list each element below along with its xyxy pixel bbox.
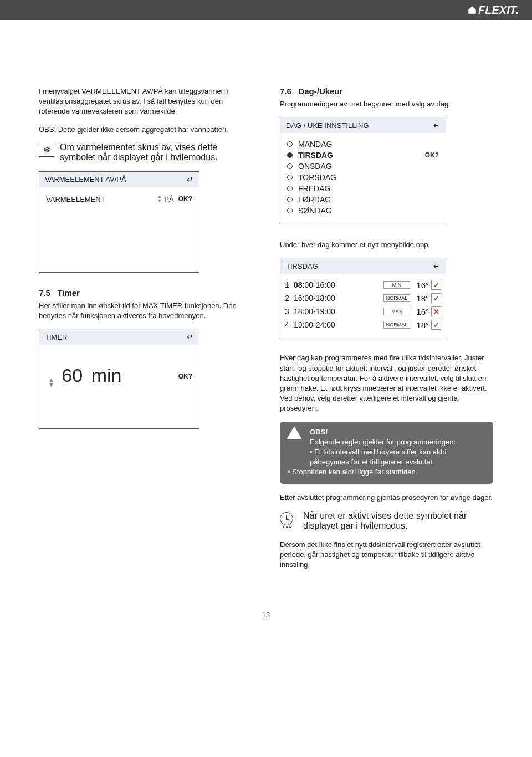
house-icon [467, 5, 477, 15]
schedule-time: 08:00-16:00 [294, 280, 381, 289]
page-number: 13 [0, 600, 532, 636]
schedule-row[interactable]: 318:00-19:00MAX16°✕ [284, 305, 442, 318]
check-icon[interactable]: ✓ [431, 280, 441, 290]
schedule-temp: 16° [412, 280, 429, 290]
day-label: LØRDAG [298, 195, 331, 204]
radio-icon [287, 197, 293, 202]
schedule-time: 19:00-24:00 [294, 320, 381, 329]
snowflake-note-text: Om varmelementet skrus av, vises dette s… [60, 142, 252, 162]
day-label: FREDAG [298, 184, 330, 193]
after-obs-text: Etter avsluttet programmering gjentas pr… [280, 493, 493, 503]
obs-line1: Følgende regler gjelder for programmerin… [310, 437, 485, 447]
ok-label[interactable]: OK? [178, 195, 192, 203]
day-item-søndag[interactable]: SØNDAG [287, 205, 439, 216]
radio-icon [287, 141, 293, 147]
obs-paragraph: OBS! Dette gjelder ikke dersom aggregate… [39, 125, 252, 135]
panel-timer-title: TIMER [45, 333, 67, 341]
intro-paragraph: I menyvalget VARMEELEMENT AV/PÅ kan till… [39, 86, 252, 117]
section-7-5-body: Her stiller man inn ønsket tid for MAX T… [39, 301, 252, 321]
panel-heater-title: VARMEELEMENT AV/PÅ [45, 175, 126, 183]
radio-icon [287, 186, 293, 191]
timer-unit: min [91, 365, 122, 386]
back-arrow-icon[interactable]: ↵ [187, 175, 193, 184]
panel-heater-row[interactable]: VARMEELEMENT ▲▼ PÅ OK? [46, 193, 192, 206]
obs-bullet-2: • Stopptiden kan aldri ligge før startti… [288, 467, 485, 477]
radio-icon [287, 208, 293, 213]
panel-schedule-title-row: TIRSDAG ↵ [280, 258, 446, 274]
schedule-row[interactable]: 419:00-24:00NORMAL18°✓ [284, 318, 442, 331]
final-paragraph: Dersom det ikke fins et nytt tidsinterva… [280, 540, 493, 570]
panel-timer: TIMER ↵ ▲▼ 60 min OK? [39, 329, 200, 429]
schedule-index: 2 [285, 294, 291, 303]
section-7-5-title: 7.5 Timer [39, 288, 252, 298]
clock-icon [280, 512, 293, 525]
obs-bullet-1: • Et tidsintervall med høyere siffer kan… [288, 447, 485, 467]
obs-warning-box: OBS! Følgende regler gjelder for program… [280, 422, 493, 484]
check-icon[interactable]: ✓ [431, 293, 441, 303]
schedule-time: 16:00-18:00 [294, 294, 381, 303]
clock-note-text: Når uret er aktivt vises dette symbolet … [303, 511, 493, 531]
radio-icon [287, 152, 293, 158]
ok-label[interactable]: OK? [425, 151, 439, 159]
panel-heater-title-row: VARMEELEMENT AV/PÅ ↵ [39, 172, 199, 187]
section-7-6-name: Dag-/Ukeur [298, 86, 342, 96]
section-7-5-num: 7.5 [39, 288, 50, 298]
check-icon[interactable]: ✓ [431, 320, 441, 330]
panel-heater: VARMEELEMENT AV/PÅ ↵ VARMEELEMENT ▲▼ PÅ … [39, 171, 200, 273]
schedule-mode: MIN [383, 281, 410, 289]
updown-icon[interactable]: ▲▼ [157, 195, 162, 203]
snowflake-icon: ❄ [39, 144, 54, 157]
day-label: MANDAG [298, 140, 332, 149]
under-days-text: Under hver dag kommer et nytt menybilde … [280, 240, 493, 250]
day-item-torsdag[interactable]: TORSDAG [287, 172, 439, 183]
radio-icon [287, 175, 293, 180]
right-column: 7.6 Dag-/Ukeur Programmeringen av uret b… [280, 86, 493, 577]
radio-icon [287, 163, 293, 169]
schedule-mode: NORMAL [383, 294, 410, 302]
brand-logo: FLEXIT. [467, 4, 519, 17]
day-item-tirsdag[interactable]: TIRSDAGOK? [287, 150, 439, 161]
back-arrow-icon[interactable]: ↵ [187, 333, 193, 341]
schedule-index: 4 [285, 320, 291, 329]
back-arrow-icon[interactable]: ↵ [433, 262, 440, 270]
section-7-6-num: 7.6 [280, 86, 291, 96]
section-7-6-title: 7.6 Dag-/Ukeur [280, 86, 493, 96]
panel-days-title-row: DAG / UKE INNSTILLING ↵ [280, 117, 446, 133]
day-label: ONSDAG [298, 162, 332, 171]
updown-icon[interactable]: ▲▼ [48, 377, 54, 387]
panel-days-title: DAG / UKE INNSTILLING [286, 121, 369, 130]
back-arrow-icon[interactable]: ↵ [433, 121, 440, 130]
schedule-temp: 18° [412, 320, 429, 330]
day-label: SØNDAG [298, 206, 332, 215]
day-item-onsdag[interactable]: ONSDAG [287, 161, 439, 172]
timer-value: 60 [62, 365, 83, 386]
day-item-lørdag[interactable]: LØRDAG [287, 194, 439, 205]
section-7-6-body: Programmeringen av uret begynner med val… [280, 99, 493, 109]
schedule-time: 18:00-19:00 [294, 307, 381, 316]
clock-note: Når uret er aktivt vises dette symbolet … [280, 511, 493, 531]
schedule-row[interactable]: 216:00-18:00NORMAL18°✓ [284, 291, 442, 305]
obs-title: OBS! [310, 427, 485, 437]
panel-days: DAG / UKE INNSTILLING ↵ MANDAGTIRSDAGOK?… [280, 117, 446, 224]
left-column: I menyvalget VARMEELEMENT AV/PÅ kan till… [39, 86, 252, 577]
header-bar: FLEXIT. [0, 0, 532, 20]
panel-schedule: TIRSDAG ↵ 108:00-16:00MIN16°✓216:00-18:0… [280, 258, 446, 337]
schedule-temp: 16° [412, 307, 429, 316]
day-label: TORSDAG [298, 173, 336, 182]
ok-label[interactable]: OK? [178, 372, 192, 380]
snowflake-note: ❄ Om varmelementet skrus av, vises dette… [39, 142, 252, 162]
schedule-mode: MAX [383, 308, 410, 315]
cross-icon[interactable]: ✕ [431, 306, 441, 316]
panel-timer-row[interactable]: ▲▼ 60 min OK? [46, 362, 192, 390]
brand-text: FLEXIT. [478, 4, 519, 17]
schedule-explanation: Hver dag kan programmeres med fire ulike… [280, 353, 493, 413]
panel-heater-label: VARMEELEMENT [46, 195, 105, 203]
warning-triangle-icon [287, 426, 302, 439]
day-item-mandag[interactable]: MANDAG [287, 139, 439, 150]
panel-schedule-title: TIRSDAG [286, 262, 318, 270]
panel-heater-value: PÅ [164, 195, 173, 203]
schedule-row[interactable]: 108:00-16:00MIN16°✓ [284, 278, 442, 291]
day-item-fredag[interactable]: FREDAG [287, 183, 439, 194]
schedule-index: 3 [285, 307, 291, 316]
panel-timer-title-row: TIMER ↵ [39, 329, 199, 345]
